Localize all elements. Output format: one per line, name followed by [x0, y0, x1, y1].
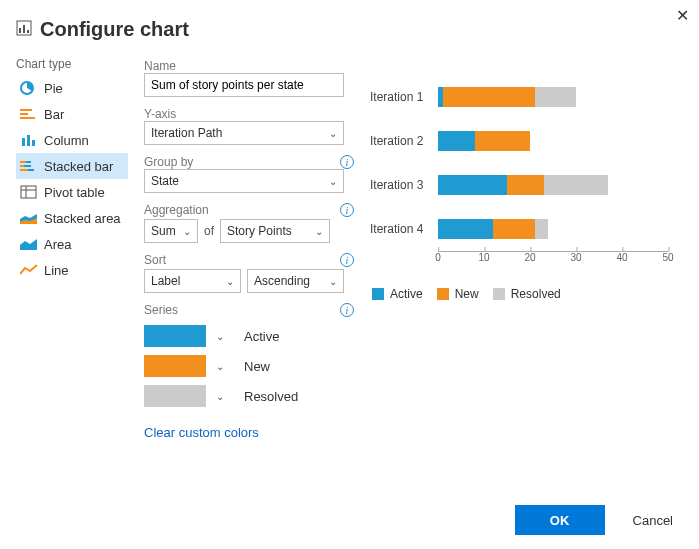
pie-icon — [20, 81, 38, 95]
close-icon[interactable]: ✕ — [676, 6, 689, 25]
chart-segment-resolved — [535, 87, 576, 107]
series-label: Active — [244, 329, 279, 344]
sort-label: Sort — [144, 253, 166, 267]
chart-segment-new — [443, 87, 535, 107]
aggregation-func-value: Sum — [151, 224, 176, 238]
name-label: Name — [144, 59, 354, 73]
chart-type-label: Stacked bar — [44, 159, 113, 174]
info-icon[interactable]: i — [340, 303, 354, 317]
chevron-down-icon[interactable]: ⌄ — [216, 331, 224, 342]
chart-category-label: Iteration 4 — [370, 222, 438, 236]
ok-button[interactable]: OK — [515, 505, 605, 535]
name-input[interactable] — [144, 73, 344, 97]
chevron-down-icon: ⌄ — [226, 276, 234, 287]
legend-swatch — [372, 288, 384, 300]
series-color-swatch[interactable] — [144, 325, 206, 347]
bar-icon — [20, 107, 38, 121]
chart-type-stacked-bar[interactable]: Stacked bar — [16, 153, 128, 179]
series-row-resolved: ⌄Resolved — [144, 385, 354, 407]
chart-row: Iteration 3 — [370, 163, 680, 207]
axis-tick: 50 — [662, 252, 673, 263]
yaxis-label: Y-axis — [144, 107, 354, 121]
chart-type-line[interactable]: Line — [16, 257, 128, 283]
aggregation-of-word: of — [204, 224, 214, 238]
chevron-down-icon: ⌄ — [183, 226, 191, 237]
chart-segment-resolved — [535, 219, 549, 239]
chart-type-stacked-area[interactable]: Stacked area — [16, 205, 128, 231]
chart-bar — [438, 219, 680, 239]
groupby-value: State — [151, 174, 179, 188]
info-icon[interactable]: i — [340, 253, 354, 267]
legend-item: Resolved — [493, 287, 561, 301]
legend-swatch — [437, 288, 449, 300]
aggregation-label: Aggregation — [144, 203, 209, 217]
legend-label: Resolved — [511, 287, 561, 301]
series-color-swatch[interactable] — [144, 355, 206, 377]
groupby-label: Group by — [144, 155, 193, 169]
chart-type-heading: Chart type — [16, 57, 128, 71]
axis-tick: 40 — [616, 252, 627, 263]
chart-type-label: Pivot table — [44, 185, 105, 200]
series-color-swatch[interactable] — [144, 385, 206, 407]
series-label: Series — [144, 303, 178, 317]
svg-rect-17 — [21, 186, 36, 198]
axis-tick: 10 — [478, 252, 489, 263]
chart-row: Iteration 4 — [370, 207, 680, 251]
sort-dir-select[interactable]: Ascending ⌄ — [247, 269, 344, 293]
stacked-area-icon — [20, 211, 38, 225]
legend-label: New — [455, 287, 479, 301]
series-row-new: ⌄New — [144, 355, 354, 377]
chart-type-label: Pie — [44, 81, 63, 96]
svg-rect-13 — [20, 165, 24, 167]
chevron-down-icon[interactable]: ⌄ — [216, 361, 224, 372]
legend-item: Active — [372, 287, 423, 301]
chart-category-label: Iteration 2 — [370, 134, 438, 148]
svg-rect-6 — [20, 113, 28, 115]
pivot-table-icon — [20, 185, 38, 199]
groupby-select[interactable]: State ⌄ — [144, 169, 344, 193]
series-label: New — [244, 359, 270, 374]
chart-segment-active — [438, 219, 493, 239]
chevron-down-icon: ⌄ — [329, 276, 337, 287]
chevron-down-icon: ⌄ — [315, 226, 323, 237]
chart-row: Iteration 1 — [370, 75, 680, 119]
aggregation-func-select[interactable]: Sum ⌄ — [144, 219, 198, 243]
area-icon — [20, 237, 38, 251]
chart-bar — [438, 175, 680, 195]
chart-type-bar[interactable]: Bar — [16, 101, 128, 127]
yaxis-value: Iteration Path — [151, 126, 222, 140]
info-icon[interactable]: i — [340, 155, 354, 169]
aggregation-field-select[interactable]: Story Points ⌄ — [220, 219, 330, 243]
aggregation-field-value: Story Points — [227, 224, 292, 238]
svg-rect-11 — [20, 161, 26, 163]
svg-rect-1 — [19, 28, 21, 33]
chart-segment-active — [438, 175, 507, 195]
chart-type-pivot-table[interactable]: Pivot table — [16, 179, 128, 205]
stacked-bar-icon — [20, 159, 38, 173]
chart-category-label: Iteration 1 — [370, 90, 438, 104]
chart-type-label: Stacked area — [44, 211, 121, 226]
svg-rect-8 — [22, 138, 25, 146]
chart-config-icon — [16, 20, 32, 39]
chart-segment-active — [438, 131, 475, 151]
chart-preview: Iteration 1Iteration 2Iteration 3Iterati… — [370, 75, 680, 295]
svg-rect-3 — [27, 30, 29, 33]
sort-by-select[interactable]: Label ⌄ — [144, 269, 241, 293]
clear-custom-colors-link[interactable]: Clear custom colors — [144, 425, 354, 440]
svg-rect-16 — [28, 169, 34, 171]
chart-bar — [438, 87, 680, 107]
yaxis-select[interactable]: Iteration Path ⌄ — [144, 121, 344, 145]
info-icon[interactable]: i — [340, 203, 354, 217]
svg-rect-15 — [20, 169, 28, 171]
chart-type-label: Area — [44, 237, 71, 252]
chart-segment-new — [507, 175, 544, 195]
chart-bar — [438, 131, 680, 151]
chart-type-pie[interactable]: Pie — [16, 75, 128, 101]
chevron-down-icon[interactable]: ⌄ — [216, 391, 224, 402]
cancel-button[interactable]: Cancel — [627, 512, 679, 529]
chevron-down-icon: ⌄ — [329, 128, 337, 139]
chart-type-column[interactable]: Column — [16, 127, 128, 153]
svg-rect-10 — [32, 140, 35, 146]
chart-type-area[interactable]: Area — [16, 231, 128, 257]
chart-type-label: Column — [44, 133, 89, 148]
